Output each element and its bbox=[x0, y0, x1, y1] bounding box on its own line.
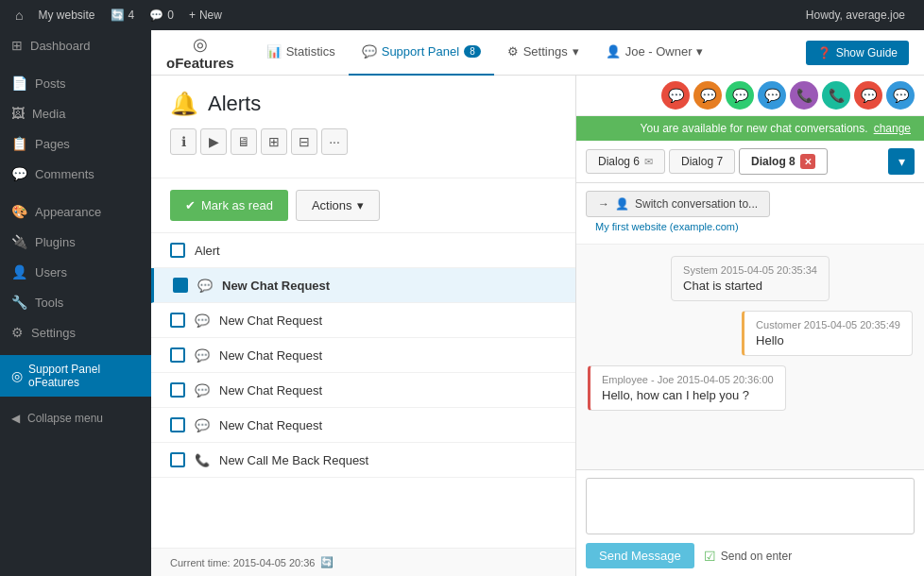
message-meta: Customer 2015-04-05 20:35:49 bbox=[756, 319, 900, 330]
dialog-tab-8[interactable]: Dialog 8 ✕ bbox=[739, 148, 828, 175]
send-on-enter-checkbox-icon[interactable]: ☑ bbox=[704, 549, 716, 564]
alert-item[interactable]: Alert bbox=[151, 233, 575, 268]
refresh-icon[interactable]: 🔄 bbox=[320, 556, 334, 568]
alert-checkbox[interactable] bbox=[170, 243, 185, 258]
message-textarea[interactable] bbox=[586, 478, 915, 534]
nav-settings[interactable]: ⚙ Settings ▾ bbox=[494, 30, 592, 76]
support-badge: 8 bbox=[464, 45, 481, 58]
admin-bar: ⌂ My website 🔄 4 💬 0 + New Howdy, averag… bbox=[0, 0, 924, 30]
chevron-down-icon: ▾ bbox=[898, 154, 905, 169]
chat-icon-4[interactable]: 💬 bbox=[758, 81, 786, 110]
comments2-count: 0 bbox=[167, 8, 174, 22]
plugin-topbar: ◎ oFeatures 📊 Statistics 💬 Support Panel… bbox=[151, 30, 924, 76]
adminbar-comments2[interactable]: 💬 0 bbox=[142, 0, 181, 30]
input-actions: Send Message ☑ Send on enter bbox=[586, 543, 915, 568]
icon-toolbar: ℹ ▶ 🖥 ⊞ ⊟ ··· bbox=[170, 128, 556, 155]
chat-icon-5[interactable]: 📞 bbox=[790, 81, 818, 110]
new-label: New bbox=[199, 8, 222, 22]
status-change-link[interactable]: change bbox=[874, 122, 911, 135]
nav-statistics[interactable]: 📊 Statistics bbox=[253, 30, 349, 76]
alert-checkbox[interactable] bbox=[170, 313, 185, 328]
support-icon: ◎ bbox=[11, 368, 23, 383]
sidebar-item-posts[interactable]: 📄 Posts bbox=[0, 68, 151, 98]
nav-support-panel[interactable]: 💬 Support Panel 8 bbox=[349, 30, 494, 76]
sidebar-label-tools: Tools bbox=[35, 296, 63, 310]
sidebar-section-admin: 🎨 Appearance 🔌 Plugins 👤 Users 🔧 Tools ⚙… bbox=[0, 196, 151, 347]
alert-item[interactable]: 💬 New Chat Request bbox=[151, 303, 575, 338]
appearance-icon: 🎨 bbox=[11, 204, 27, 219]
check-icon: ✔ bbox=[185, 198, 196, 212]
icon-more[interactable]: ··· bbox=[321, 128, 348, 155]
chat-icon-bar: 💬 💬 💬 💬 📞 📞 💬 💬 bbox=[576, 76, 924, 116]
source-link[interactable]: My first website (example.com) bbox=[586, 217, 915, 236]
alert-text: New Chat Request bbox=[219, 313, 322, 328]
sidebar-item-pages[interactable]: 📋 Pages bbox=[0, 128, 151, 159]
sidebar-item-appearance[interactable]: 🎨 Appearance bbox=[0, 196, 151, 227]
grid2-icon: ⊟ bbox=[299, 134, 310, 149]
expand-panel-button[interactable]: ▾ bbox=[888, 148, 915, 175]
sidebar-item-users[interactable]: 👤 Users bbox=[0, 257, 151, 287]
alert-text: Alert bbox=[195, 244, 220, 258]
icon-screen[interactable]: 🖥 bbox=[231, 128, 257, 155]
icon-grid1[interactable]: ⊞ bbox=[261, 128, 287, 155]
icon-video[interactable]: ▶ bbox=[200, 128, 227, 155]
sidebar-item-tools[interactable]: 🔧 Tools bbox=[0, 287, 151, 317]
adminbar-site[interactable]: My website bbox=[30, 0, 102, 30]
sidebar-label-appearance: Appearance bbox=[35, 205, 101, 219]
adminbar-new[interactable]: + New bbox=[181, 0, 230, 30]
dialog-tab-7[interactable]: Dialog 7 bbox=[669, 149, 735, 174]
alert-item[interactable]: 💬 New Chat Request bbox=[151, 338, 575, 373]
actions-button[interactable]: Actions ▾ bbox=[296, 190, 380, 221]
alert-checkbox[interactable] bbox=[170, 417, 185, 432]
alert-checkbox[interactable] bbox=[173, 278, 188, 293]
sidebar-collapse[interactable]: ◀ Collapse menu bbox=[0, 404, 151, 432]
chat-icon-2[interactable]: 💬 bbox=[693, 81, 722, 110]
adminbar-comments[interactable]: 🔄 4 bbox=[103, 0, 143, 30]
alert-item[interactable]: 💬 New Chat Request bbox=[151, 373, 575, 408]
comments-icon: 🔄 bbox=[111, 8, 125, 22]
source-link-text: My first website (example.com) bbox=[595, 221, 739, 232]
comments-count: 4 bbox=[128, 8, 135, 22]
sidebar-item-comments[interactable]: 💬 Comments bbox=[0, 159, 151, 189]
alert-text: New Chat Request bbox=[219, 348, 322, 363]
sidebar-item-plugins[interactable]: 🔌 Plugins bbox=[0, 227, 151, 257]
posts-icon: 📄 bbox=[11, 76, 27, 91]
alert-item[interactable]: 💬 New Chat Request bbox=[151, 408, 575, 443]
plugins-icon: 🔌 bbox=[11, 234, 27, 249]
alert-item[interactable]: 💬 New Chat Request bbox=[151, 268, 575, 303]
alert-checkbox[interactable] bbox=[170, 452, 185, 467]
chat-icon-8[interactable]: 💬 bbox=[886, 81, 915, 110]
switch-conversation-button[interactable]: → 👤 Switch conversation to... bbox=[586, 191, 770, 217]
send-message-button[interactable]: Send Message bbox=[586, 543, 694, 568]
alert-checkbox[interactable] bbox=[170, 382, 185, 398]
users-icon: 👤 bbox=[11, 264, 27, 280]
show-guide-button[interactable]: ❓ Show Guide bbox=[806, 41, 909, 65]
owner-chevron-icon: ▾ bbox=[696, 44, 703, 59]
chat-icon-1[interactable]: 💬 bbox=[661, 81, 690, 110]
icon-grid2[interactable]: ⊟ bbox=[291, 128, 317, 155]
message-meta: Employee - Joe 2015-04-05 20:36:00 bbox=[602, 374, 774, 385]
settings-nav-label: Settings bbox=[523, 44, 568, 59]
support-panel-icon: 💬 bbox=[362, 44, 377, 59]
alert-item[interactable]: 📞 New Call Me Back Request bbox=[151, 443, 575, 478]
close-tab-button[interactable]: ✕ bbox=[800, 154, 815, 169]
collapse-icon: ◀ bbox=[11, 412, 20, 425]
chat-icon: 💬 bbox=[197, 279, 213, 293]
mark-as-read-button[interactable]: ✔ Mark as read bbox=[170, 190, 288, 221]
chat-icon-7[interactable]: 💬 bbox=[854, 81, 882, 110]
chat-icon-3[interactable]: 💬 bbox=[726, 81, 754, 110]
phone-icon: 📞 bbox=[195, 453, 210, 467]
bell-icon: 🔔 bbox=[170, 91, 198, 117]
info-icon: ℹ bbox=[181, 134, 186, 149]
icon-info[interactable]: ℹ bbox=[170, 128, 197, 155]
nav-owner[interactable]: 👤 Joe - Owner ▾ bbox=[592, 30, 717, 76]
sidebar-item-media[interactable]: 🖼 Media bbox=[0, 98, 151, 128]
sidebar-item-support[interactable]: ◎ Support PaneloFeatures bbox=[0, 355, 151, 397]
sidebar-item-settings[interactable]: ⚙ Settings bbox=[0, 317, 151, 347]
alert-text: New Chat Request bbox=[219, 383, 322, 398]
adminbar-home[interactable]: ⌂ bbox=[8, 0, 30, 30]
alert-checkbox[interactable] bbox=[170, 347, 185, 363]
sidebar-item-dashboard[interactable]: ⊞ Dashboard bbox=[0, 30, 151, 60]
chat-icon-6[interactable]: 📞 bbox=[822, 81, 850, 110]
dialog-tab-6[interactable]: Dialog 6 ✉ bbox=[586, 149, 665, 174]
